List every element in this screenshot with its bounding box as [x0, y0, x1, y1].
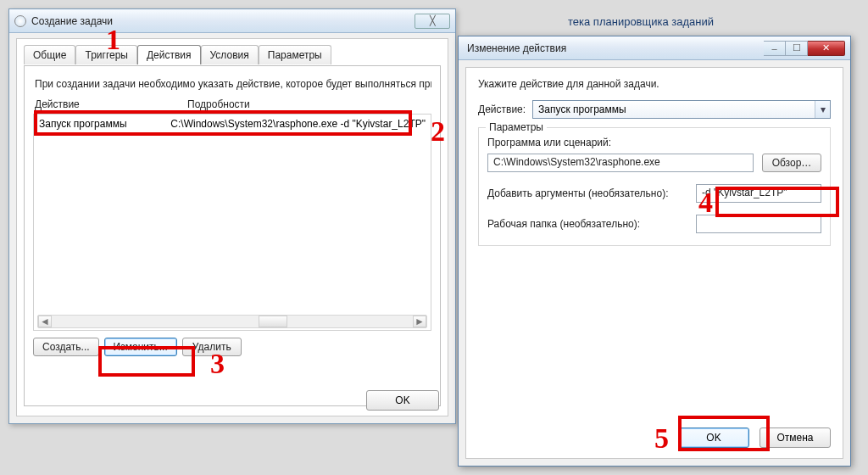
create-task-body: Общие Триггеры Действия Условия Параметр… [16, 38, 448, 416]
edit-button[interactable]: Изменить... [104, 338, 177, 356]
action-label: Действие: [478, 103, 526, 115]
actions-list[interactable]: Запуск программы C:\Windows\System32\ras… [33, 114, 431, 331]
close-icon[interactable]: ✕ [808, 41, 845, 56]
actions-tab-panel: При создании задачи необходимо указать д… [24, 65, 441, 406]
row-details: C:\Windows\System32\rasphone.exe -d "Kyi… [170, 118, 426, 130]
list-item[interactable]: Запуск программы C:\Windows\System32\ras… [34, 115, 431, 133]
action-select-value: Запуск программы [538, 103, 626, 115]
group-title: Параметры [486, 121, 547, 133]
startin-label: Рабочая папка (необязательно): [487, 218, 684, 230]
edit-action-title: Изменение действия [467, 42, 566, 54]
background-scheduler-title: тека планировщика заданий [568, 15, 714, 28]
tab-settings[interactable]: Параметры [259, 45, 331, 64]
tab-conditions[interactable]: Условия [201, 45, 259, 64]
col-details[interactable]: Подробности [187, 98, 250, 110]
scroll-left-icon[interactable]: ◄ [38, 316, 52, 327]
actions-list-header: Действие Подробности [33, 98, 431, 110]
task-icon [14, 15, 26, 27]
chevron-down-icon: ▾ [815, 101, 830, 118]
create-task-window: Создание задачи ╳ Общие Триггеры Действи… [8, 8, 456, 424]
action-row: Действие: Запуск программы ▾ [478, 100, 831, 119]
h-scrollbar[interactable]: ◄ ► [37, 315, 427, 328]
arguments-label: Добавить аргументы (необязательно): [487, 187, 684, 199]
instruction-text: Укажите действие для данной задачи. [478, 78, 831, 90]
tab-general[interactable]: Общие [24, 45, 75, 64]
scroll-thumb[interactable] [259, 316, 287, 327]
create-task-ok-button[interactable]: OK [366, 390, 439, 411]
minimize-icon[interactable]: – [764, 41, 786, 56]
create-task-titlebar[interactable]: Создание задачи ╳ [9, 9, 455, 33]
actions-description: При создании задачи необходимо указать д… [35, 78, 431, 90]
dialog-action-row: OK Отмена [466, 428, 843, 448]
maximize-icon[interactable]: ☐ [786, 41, 808, 56]
delete-button[interactable]: Удалить [182, 338, 242, 356]
close-icon[interactable]: ╳ [415, 14, 450, 29]
edit-action-body: Укажите действие для данной задачи. Дейс… [465, 67, 843, 459]
parameters-group: Параметры Программа или сценарий: C:\Win… [478, 127, 831, 246]
tab-triggers[interactable]: Триггеры [75, 45, 137, 64]
actions-button-row: Создать... Изменить... Удалить [33, 338, 431, 356]
create-button[interactable]: Создать... [33, 338, 99, 356]
scroll-right-icon[interactable]: ► [413, 316, 426, 327]
startin-input[interactable] [696, 215, 821, 233]
ok-button[interactable]: OK [678, 428, 749, 448]
browse-button[interactable]: Обзор… [762, 154, 821, 172]
cancel-button[interactable]: Отмена [760, 428, 831, 448]
edit-action-titlebar[interactable]: Изменение действия – ☐ ✕ [459, 36, 850, 60]
arguments-input[interactable]: -d "Kyivstar_L2TP" [696, 184, 821, 203]
create-task-title: Создание задачи [31, 15, 113, 27]
program-label: Программа или сценарий: [487, 137, 821, 148]
row-action: Запуск программы [39, 118, 157, 130]
tab-strip: Общие Триггеры Действия Условия Параметр… [24, 45, 441, 64]
action-select[interactable]: Запуск программы ▾ [532, 100, 831, 119]
tab-actions[interactable]: Действия [137, 45, 201, 64]
edit-action-window: Изменение действия – ☐ ✕ Укажите действи… [458, 36, 851, 467]
program-input[interactable]: C:\Windows\System32\rasphone.exe [487, 154, 754, 172]
col-action[interactable]: Действие [35, 98, 153, 110]
